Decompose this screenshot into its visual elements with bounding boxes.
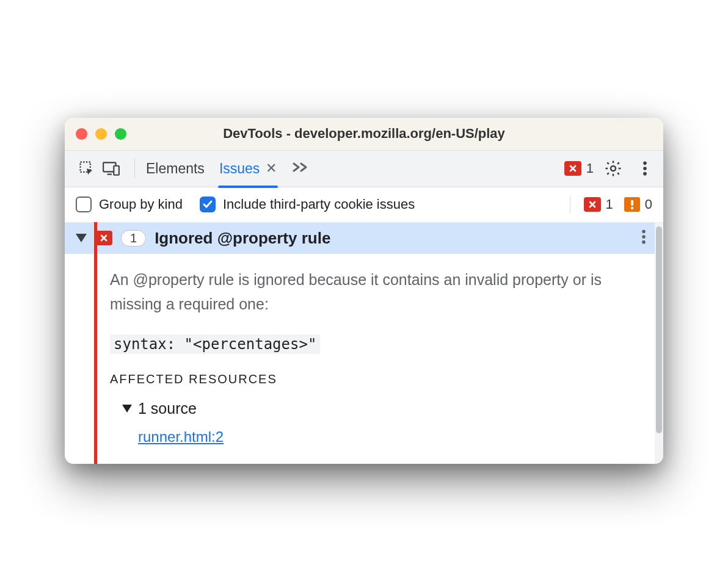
svg-point-10 <box>642 230 646 234</box>
warning-icon <box>624 197 640 212</box>
issue-description: An @property rule is ignored because it … <box>110 267 636 316</box>
error-icon <box>95 231 112 245</box>
devtools-toolbar: Elements Issues ✕ 1 <box>65 151 663 187</box>
error-count-badge[interactable]: 1 <box>564 161 594 176</box>
svg-point-11 <box>642 235 646 239</box>
devtools-window: DevTools - developer.mozilla.org/en-US/p… <box>65 118 663 464</box>
errors-count-value: 1 <box>606 197 613 212</box>
tab-elements-label: Elements <box>146 161 205 177</box>
issue-body: An @property rule is ignored because it … <box>65 254 655 464</box>
include-third-party-checkbox[interactable] <box>200 197 216 212</box>
close-tab-icon[interactable]: ✕ <box>266 161 277 176</box>
svg-point-6 <box>643 167 647 170</box>
tab-issues[interactable]: Issues ✕ <box>219 152 277 186</box>
issues-panel: 1 Ignored @property rule An @property ru… <box>65 223 655 464</box>
svg-point-12 <box>642 240 646 244</box>
more-tabs-icon[interactable] <box>291 160 311 177</box>
issue-counts: 1 0 <box>570 195 653 214</box>
source-expander[interactable]: 1 source <box>122 400 636 417</box>
device-toolbar-icon[interactable] <box>99 156 123 181</box>
severity-line <box>94 222 97 464</box>
tab-elements[interactable]: Elements <box>146 152 205 186</box>
group-by-kind-label: Group by kind <box>99 197 183 212</box>
close-window-button[interactable] <box>76 128 87 140</box>
issue-code: syntax: "<percentages>" <box>110 334 320 354</box>
errors-count[interactable]: 1 <box>584 197 613 212</box>
toolbar-divider <box>134 159 135 178</box>
warnings-count[interactable]: 0 <box>624 197 652 212</box>
error-icon <box>584 197 601 212</box>
tab-issues-label: Issues <box>219 161 260 177</box>
warnings-count-value: 0 <box>645 197 652 212</box>
svg-rect-8 <box>631 200 633 206</box>
expand-triangle-icon <box>122 405 132 413</box>
affected-resources-label: AFFECTED RESOURCES <box>110 372 636 386</box>
group-by-kind-checkbox[interactable] <box>76 197 92 212</box>
settings-icon[interactable] <box>601 156 625 181</box>
count-divider <box>570 195 570 214</box>
error-icon <box>564 161 581 176</box>
issue-count-pill: 1 <box>121 230 146 247</box>
source-count-label: 1 source <box>138 400 197 417</box>
issue-title: Ignored @property rule <box>155 229 330 248</box>
scrollbar-thumb[interactable] <box>656 226 662 433</box>
svg-point-4 <box>611 166 616 171</box>
issue-header[interactable]: 1 Ignored @property rule <box>65 223 655 254</box>
svg-point-5 <box>643 162 647 165</box>
inspect-element-icon[interactable] <box>75 156 99 181</box>
issues-content: 1 Ignored @property rule An @property ru… <box>65 223 663 464</box>
toolbar-right: 1 <box>564 156 657 181</box>
error-count-value: 1 <box>586 161 594 176</box>
traffic-lights <box>76 128 126 140</box>
expand-triangle-icon[interactable] <box>76 234 87 242</box>
maximize-window-button[interactable] <box>115 128 126 140</box>
svg-point-7 <box>643 172 647 176</box>
issue-menu-icon[interactable] <box>641 229 646 247</box>
scrollbar[interactable] <box>655 223 663 464</box>
issues-filter-bar: Group by kind Include third-party cookie… <box>65 187 663 223</box>
window-title: DevTools - developer.mozilla.org/en-US/p… <box>65 126 663 142</box>
more-options-icon[interactable] <box>633 156 657 181</box>
minimize-window-button[interactable] <box>95 128 107 140</box>
source-link[interactable]: runner.html:2 <box>138 428 224 445</box>
devtools-tabs: Elements Issues ✕ <box>146 152 564 186</box>
svg-rect-3 <box>114 166 119 175</box>
svg-rect-9 <box>631 207 633 209</box>
title-bar: DevTools - developer.mozilla.org/en-US/p… <box>65 118 663 151</box>
include-third-party-label: Include third-party cookie issues <box>223 197 415 212</box>
